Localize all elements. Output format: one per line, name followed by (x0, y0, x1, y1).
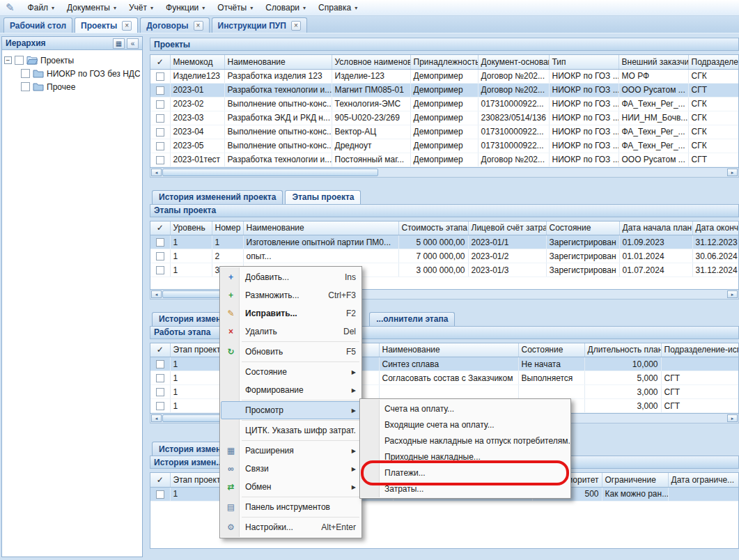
column-header-department[interactable]: Подразделени (688, 55, 739, 69)
tab-close-icon[interactable]: × (122, 21, 132, 31)
column-header-check[interactable]: ✓ (150, 343, 170, 357)
submenu-item-costs[interactable]: Затраты... (361, 481, 570, 497)
stage-row[interactable]: 1 1 Изготовление опытной партии ПМ0... 5… (150, 235, 739, 249)
menubar-item[interactable]: Словари ▾ (259, 1, 312, 15)
column-header-start-date[interactable]: Дата начала план (619, 221, 692, 235)
document-tab[interactable]: Проекты × (75, 17, 138, 33)
submenu-item-outgoing-waybills[interactable]: Расходные накладные на отпуск потребител… (361, 433, 570, 449)
submenu-item-payments[interactable]: Платежи... (361, 465, 570, 481)
column-header-number[interactable]: Номер (212, 221, 243, 235)
menu-item-view[interactable]: Просмотр ▶ (221, 401, 361, 419)
menu-item-extensions[interactable]: ▦ Расширения ▶ (221, 442, 361, 460)
column-header-department-executor[interactable]: Подразделение-исп (661, 343, 739, 357)
menu-item-exchange[interactable]: ⇄ Обмен ▶ (221, 478, 361, 496)
scroll-right-icon[interactable]: ▸ (727, 414, 738, 422)
row-checkbox[interactable] (156, 252, 164, 260)
menu-item-settings[interactable]: ⚙ Настройки... Alt+Enter (221, 518, 361, 536)
project-row[interactable]: 2023-05 Выполнение опытно-конс... Дредно… (150, 139, 739, 153)
column-header-type[interactable]: Тип (549, 55, 619, 69)
column-header-project-stage[interactable]: Этап проекта (170, 343, 226, 357)
column-header-constraint-date[interactable]: Дата ограниче... (668, 473, 739, 487)
menu-item-citk-cost-code[interactable]: ЦИТК. Указать шифр затрат... (221, 421, 361, 440)
tab-close-icon[interactable]: × (291, 21, 301, 31)
row-checkbox[interactable] (156, 490, 164, 499)
column-header-end-date[interactable]: Дата оконча... (692, 221, 739, 235)
row-checkbox[interactable] (156, 142, 164, 150)
row-checkbox[interactable] (156, 402, 164, 410)
menubar-item[interactable]: Справка ▾ (312, 1, 364, 15)
tab-close-icon[interactable]: × (194, 21, 203, 31)
row-checkbox[interactable] (156, 128, 164, 137)
scrollbar-thumb[interactable] (162, 169, 378, 176)
tree-item-projects-root[interactable]: − Проекты (4, 54, 140, 67)
tree-checkbox[interactable] (21, 82, 30, 91)
column-header-state[interactable]: Состояние (546, 221, 619, 235)
hierarchy-grid-icon[interactable]: ▦ (113, 38, 125, 49)
column-header-name[interactable]: Наименование (224, 55, 332, 69)
row-checkbox[interactable] (156, 360, 164, 368)
row-checkbox[interactable] (156, 266, 164, 274)
column-header-check[interactable]: ✓ (150, 55, 170, 69)
menubar-item[interactable]: Учёт ▾ (123, 1, 160, 15)
stage-row[interactable]: 1 2 опыт... 7 000 000,00 2023-01/2 Зарег… (150, 249, 739, 263)
scroll-right-icon[interactable]: ▸ (727, 169, 738, 176)
row-checkbox[interactable] (156, 238, 164, 247)
column-header-check[interactable]: ✓ (150, 473, 170, 487)
row-checkbox[interactable] (156, 374, 164, 382)
menubar-item[interactable]: Отчёты ▾ (211, 1, 259, 15)
menu-item-state[interactable]: Состояние ▶ (221, 363, 361, 381)
row-checkbox[interactable] (156, 114, 164, 123)
row-checkbox[interactable] (156, 156, 164, 164)
project-row[interactable]: 2023-04 Выполнение опытно-конс... Вектор… (150, 125, 739, 139)
submenu-item-incoming-waybills[interactable]: Приходные накладные... (361, 449, 570, 465)
row-checkbox[interactable] (156, 86, 164, 95)
hierarchy-collapse-icon[interactable]: « (127, 38, 139, 49)
column-header-state[interactable]: Состояние (518, 343, 584, 357)
document-tab[interactable]: Рабочий стол (3, 17, 72, 33)
column-header-external-customer[interactable]: Внешний заказчик (619, 55, 688, 69)
column-header-mnemocode[interactable]: Мнемокод (170, 55, 224, 69)
column-header-conditional-name[interactable]: Условное наименова (332, 55, 410, 69)
column-header-name[interactable]: Наименование (379, 343, 518, 357)
document-tab[interactable]: Договоры × (140, 17, 209, 33)
menu-item-toolbar[interactable]: ▤ Панель инструментов (221, 498, 361, 516)
project-row[interactable]: Изделие123 Разработка изделия 123 Издели… (150, 69, 739, 83)
collapse-expander-icon[interactable]: − (4, 56, 12, 64)
scroll-right-icon[interactable]: ▸ (727, 290, 738, 298)
document-tab[interactable]: Инструкции ПУП × (212, 17, 307, 33)
tree-checkbox[interactable] (15, 56, 24, 65)
menu-item-delete[interactable]: × Удалить Del (221, 322, 361, 341)
column-header-level[interactable]: Уровень (170, 221, 212, 235)
column-header-stage-cost[interactable]: Стоимость этапа (398, 221, 468, 235)
horizontal-scrollbar[interactable]: ◂ ▸ (150, 168, 739, 178)
scroll-left-icon[interactable]: ◂ (151, 290, 162, 298)
column-header-constraint[interactable]: Ограничение (602, 473, 668, 487)
submenu-item-invoices[interactable]: Счета на оплату... (361, 400, 570, 417)
scroll-left-icon[interactable]: ◂ (151, 414, 162, 422)
project-row[interactable]: 2023-02 Выполнение опытно-конс... Технол… (150, 97, 739, 111)
tree-checkbox[interactable] (21, 69, 30, 78)
project-row[interactable]: 2023-03 Разработка ЭКД и РКД н... 905-U0… (150, 111, 739, 125)
row-checkbox[interactable] (156, 388, 164, 396)
menu-item-formation[interactable]: Формирование ▶ (221, 381, 361, 399)
row-checkbox[interactable] (156, 100, 164, 109)
column-header-base-document[interactable]: Документ-основан (478, 55, 549, 69)
section-tab[interactable]: Этапы проекта (285, 190, 361, 204)
scroll-left-icon[interactable]: ◂ (151, 169, 162, 176)
row-checkbox[interactable] (156, 72, 164, 81)
menu-item-duplicate[interactable]: + Размножить... Ctrl+F3 (221, 286, 361, 304)
section-tab[interactable]: История изменений проекта (152, 190, 283, 204)
project-row[interactable]: 2023-01 Разработка технологии и... Магни… (150, 83, 739, 97)
menubar-item[interactable]: Функции ▾ (160, 1, 211, 15)
menu-item-edit[interactable]: ✎ Исправить... F2 (221, 304, 361, 322)
tree-item[interactable]: Прочее (21, 80, 140, 93)
menubar-item[interactable]: Файл ▾ (22, 1, 61, 15)
tree-item[interactable]: НИОКР по ГОЗ без НДС (21, 67, 140, 80)
menu-item-add[interactable]: + Добавить... Ins (221, 268, 361, 286)
menu-item-refresh[interactable]: ↻ Обновить F5 (221, 343, 361, 361)
column-header-duration-plan[interactable]: Длительность план▼ (584, 343, 661, 357)
menu-item-links[interactable]: ∞ Связи ▶ (221, 460, 361, 478)
column-header-ownership[interactable]: Принадлежность (410, 55, 478, 69)
column-header-cost-account[interactable]: Лицевой счёт затрат (468, 221, 546, 235)
section-tab[interactable]: ...олнители этапа (369, 312, 455, 326)
